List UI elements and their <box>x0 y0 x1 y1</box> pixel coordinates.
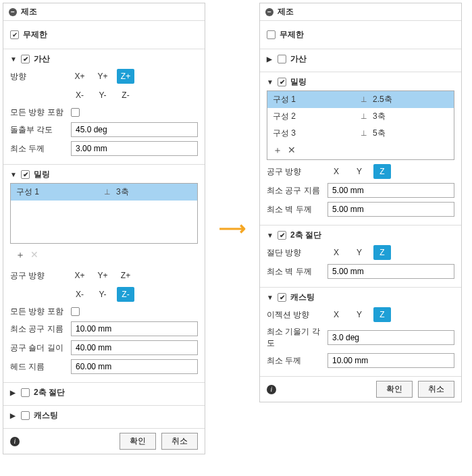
axis-z[interactable]: Z <box>373 245 391 260</box>
axis-xp[interactable]: X+ <box>71 268 88 283</box>
ok-button[interactable]: 확인 <box>376 381 413 398</box>
additive-checkbox[interactable] <box>21 55 30 63</box>
minus-icon: − <box>265 8 273 16</box>
min-thickness-input[interactable] <box>71 141 198 156</box>
info-icon[interactable]: i <box>267 385 276 394</box>
two-axis-checkbox[interactable] <box>278 231 286 240</box>
header-casting[interactable]: ▼ 캐스팅 <box>267 292 454 303</box>
tool-dir-buttons-neg: X- Y- Z- <box>71 287 134 302</box>
axis-yp[interactable]: Y+ <box>94 268 111 283</box>
axis-z[interactable]: Z <box>373 307 391 322</box>
axis-zp[interactable]: Z+ <box>117 268 134 283</box>
header-milling[interactable]: ▼ 밀링 <box>10 169 198 180</box>
add-icon[interactable]: ＋ <box>16 249 25 261</box>
milling-checkbox[interactable] <box>278 78 286 86</box>
axis-xm[interactable]: X- <box>71 88 88 103</box>
header-milling[interactable]: ▼ 밀링 <box>267 76 454 88</box>
header-two-axis[interactable]: ▶ 2축 절단 <box>10 387 198 398</box>
all-dirs-label: 모든 방향 포함 <box>10 306 71 317</box>
tool-dir-buttons-pos: X+ Y+ Z+ <box>71 268 134 283</box>
tool-shoulder-len-label: 공구 숄더 길이 <box>10 342 71 354</box>
min-tool-dia-input[interactable] <box>327 183 454 198</box>
remove-icon[interactable]: ✕ <box>30 249 38 261</box>
axis-x[interactable]: X <box>327 245 345 260</box>
casting-checkbox[interactable] <box>21 411 30 420</box>
axis-zp[interactable]: Z+ <box>117 69 134 84</box>
additive-checkbox[interactable] <box>278 55 286 63</box>
list-actions: ＋ ✕ <box>267 142 454 159</box>
head-dia-input[interactable] <box>71 359 198 374</box>
add-icon[interactable]: ＋ <box>273 144 282 157</box>
tool-dir-buttons: X Y Z <box>327 164 391 179</box>
list-item[interactable]: 구성 1 ⊥2.5축 <box>267 91 454 108</box>
section-additive: ▼ 가산 방향 X+ Y+ Z+ X- Y- Z- <box>3 49 205 165</box>
info-icon[interactable]: i <box>10 437 20 446</box>
milling-checkbox[interactable] <box>21 170 30 179</box>
footer: i 확인 취소 <box>260 377 461 402</box>
casting-checkbox[interactable] <box>278 293 286 302</box>
unlimited-row: 무제한 <box>260 21 461 49</box>
min-wall-thick-label: 최소 벽 두께 <box>267 266 327 277</box>
min-draft-angle-input[interactable] <box>327 330 454 345</box>
config-list: 구성 1 ⊥2.5축 구성 2 ⊥3축 구성 3 ⊥5축 ＋ ✕ <box>267 90 454 160</box>
tool-shoulder-len-input[interactable] <box>71 340 198 355</box>
protrusion-angle-input[interactable] <box>71 122 198 137</box>
axis-x[interactable]: X <box>327 164 345 179</box>
axis-y[interactable]: Y <box>350 164 368 179</box>
config-axis: 3축 <box>373 111 386 121</box>
min-thickness-input[interactable] <box>327 353 454 368</box>
cut-dir-label: 절단 방향 <box>267 247 327 259</box>
axis-y[interactable]: Y <box>350 245 368 260</box>
direction-buttons: X+ Y+ Z+ <box>71 69 134 84</box>
section-two-axis: ▶ 2축 절단 <box>3 383 205 406</box>
config-axis: 3축 <box>116 187 129 196</box>
cancel-button[interactable]: 취소 <box>418 381 454 398</box>
cut-dir-buttons: X Y Z <box>327 245 391 260</box>
unlimited-checkbox[interactable] <box>267 30 276 39</box>
min-tool-dia-input[interactable] <box>71 321 198 336</box>
list-item[interactable]: 구성 1 ⊥3축 <box>11 184 197 201</box>
list-item[interactable]: 구성 2 ⊥3축 <box>267 108 454 125</box>
list-item[interactable]: 구성 3 ⊥5축 <box>267 125 454 142</box>
mill-icon: ⊥ <box>361 129 370 138</box>
protrusion-angle-label: 돌출부 각도 <box>10 124 71 136</box>
axis-x[interactable]: X <box>327 307 345 322</box>
min-wall-thick-input[interactable] <box>327 202 454 217</box>
panel-header: − 제조 <box>260 3 461 21</box>
all-dirs-checkbox[interactable] <box>71 307 80 316</box>
panel-title: 제조 <box>278 6 294 18</box>
axis-xm[interactable]: X- <box>71 287 88 302</box>
config-name: 구성 1 <box>273 94 361 105</box>
remove-icon[interactable]: ✕ <box>288 144 296 157</box>
axis-ym[interactable]: Y- <box>94 287 111 302</box>
min-wall-thick-input[interactable] <box>327 264 454 279</box>
two-axis-label: 2축 절단 <box>34 387 65 398</box>
chevron-down-icon: ▼ <box>10 171 18 178</box>
axis-yp[interactable]: Y+ <box>94 69 111 84</box>
axis-zm[interactable]: Z- <box>117 88 134 103</box>
header-additive[interactable]: ▶ 가산 <box>267 53 454 65</box>
axis-ym[interactable]: Y- <box>94 88 111 103</box>
min-thickness-label: 최소 두께 <box>10 143 71 155</box>
tool-dir-label: 공구 방향 <box>267 166 327 178</box>
cancel-button[interactable]: 취소 <box>161 433 198 450</box>
axis-y[interactable]: Y <box>350 307 368 322</box>
header-casting[interactable]: ▶ 캐스팅 <box>10 410 198 421</box>
all-dirs-checkbox[interactable] <box>71 108 80 117</box>
two-axis-checkbox[interactable] <box>21 388 30 397</box>
direction-buttons-neg: X- Y- Z- <box>71 88 134 103</box>
header-two-axis[interactable]: ▼ 2축 절단 <box>267 230 454 241</box>
section-casting: ▶ 캐스팅 <box>3 406 205 429</box>
unlimited-checkbox[interactable] <box>10 30 19 39</box>
ok-button[interactable]: 확인 <box>120 433 156 450</box>
axis-xp[interactable]: X+ <box>71 69 88 84</box>
header-additive[interactable]: ▼ 가산 <box>10 53 198 65</box>
section-milling: ▼ 밀링 구성 1 ⊥2.5축 구성 2 ⊥3축 구성 3 ⊥5축 ＋ <box>260 72 461 226</box>
axis-z[interactable]: Z <box>373 164 391 179</box>
casting-label: 캐스팅 <box>34 410 58 421</box>
axis-zm[interactable]: Z- <box>117 287 134 302</box>
section-milling: ▼ 밀링 구성 1 ⊥3축 ＋ ✕ 공구 방향 X+ Y+ Z+ <box>3 165 205 383</box>
panel-left: − 제조 무제한 ▼ 가산 방향 X+ Y+ Z+ <box>3 3 205 454</box>
all-dirs-label: 모든 방향 포함 <box>10 107 71 118</box>
milling-label: 밀링 <box>34 169 50 180</box>
